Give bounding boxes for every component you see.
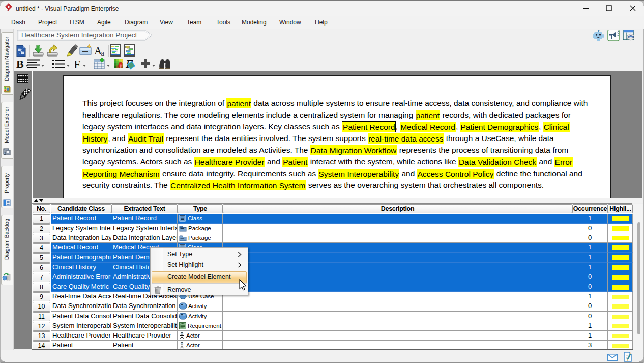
svg-text:B: B xyxy=(16,58,24,70)
svg-text:F: F xyxy=(74,58,80,71)
svg-text:a: a xyxy=(101,49,104,58)
